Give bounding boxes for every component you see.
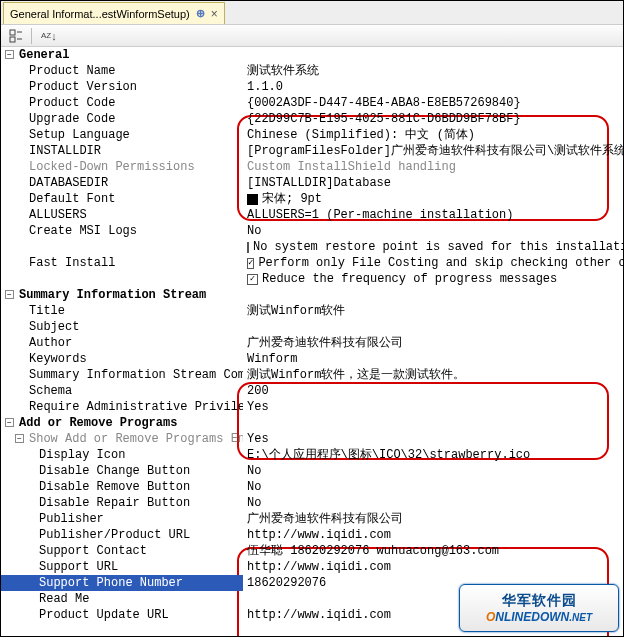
prop-arp_change[interactable]: Disable Change ButtonNo	[1, 463, 623, 479]
property-value[interactable]: Yes	[243, 431, 623, 447]
property-value[interactable]	[243, 47, 623, 63]
tab-general-information[interactable]: General Informat...estWinformSetup) ⊕ ×	[3, 2, 225, 24]
prop-create_msi_logs[interactable]: Create MSI LogsNo	[1, 223, 623, 239]
prop-arp_supporturl[interactable]: Support URLhttp://www.iqidi.com	[1, 559, 623, 575]
prop-sis_subject[interactable]: Subject	[1, 319, 623, 335]
checkbox-icon[interactable]: ✓	[247, 258, 254, 269]
property-value[interactable]: Yes	[243, 399, 623, 415]
property-label: Default Font	[1, 191, 243, 207]
prop-arp_publisher[interactable]: Publisher广州爱奇迪软件科技有限公司	[1, 511, 623, 527]
property-value[interactable]	[243, 319, 623, 335]
property-label: Product Version	[1, 79, 243, 95]
prop-default_font[interactable]: Default Font宋体; 9pt	[1, 191, 623, 207]
prop-product_version[interactable]: Product Version1.1.0	[1, 79, 623, 95]
property-value[interactable]: Winform	[243, 351, 623, 367]
property-value[interactable]	[243, 591, 623, 607]
collapse-icon[interactable]: −	[5, 418, 14, 427]
property-value[interactable]: 伍华聪 18620292076 wuhuacong@163.com	[243, 543, 623, 559]
property-value[interactable]: 广州爱奇迪软件科技有限公司	[243, 335, 623, 351]
sort-az-button[interactable]: AZ↓	[38, 27, 60, 45]
property-value[interactable]: E:\个人应用程序\图标\ICO\32\strawberry.ico	[243, 447, 623, 463]
property-value[interactable]: 测试Winform软件，这是一款测试软件。	[243, 367, 623, 383]
property-value[interactable]: http://www.iqidi.com	[243, 527, 623, 543]
prop-installdir[interactable]: INSTALLDIR[ProgramFilesFolder]广州爱奇迪软件科技有…	[1, 143, 623, 159]
prop-arp_repair[interactable]: Disable Repair ButtonNo	[1, 495, 623, 511]
prop-product_name[interactable]: Product Name测试软件系统	[1, 63, 623, 79]
collapse-icon[interactable]: −	[5, 290, 14, 299]
prop-setup_language[interactable]: Setup LanguageChinese (Simplified): 中文 (…	[1, 127, 623, 143]
property-label: DATABASEDIR	[1, 175, 243, 191]
prop-arp_contact[interactable]: Support Contact伍华聪 18620292076 wuhuacong…	[1, 543, 623, 559]
prop-sis_schema[interactable]: Schema200	[1, 383, 623, 399]
prop-arp_puburl[interactable]: Publisher/Product URLhttp://www.iqidi.co…	[1, 527, 623, 543]
prop-allusers[interactable]: ALLUSERSALLUSERS=1 (Per-machine installa…	[1, 207, 623, 223]
prop-databasedir[interactable]: DATABASEDIR[INSTALLDIR]Database	[1, 175, 623, 191]
property-value[interactable]: No	[243, 223, 623, 239]
property-value[interactable]: http://www.iqidi.com	[243, 559, 623, 575]
property-value[interactable]: http://www.iqidi.com	[243, 607, 623, 623]
property-value[interactable]: {22D99C7B-E195-4025-881C-D6BDD9BF78BF}	[243, 111, 623, 127]
property-value[interactable]: 测试Winform软件	[243, 303, 623, 319]
prop-fast-install-opt[interactable]: Fast Install✓Perform only File Costing a…	[1, 255, 623, 271]
property-value[interactable]: ALLUSERS=1 (Per-machine installation)	[243, 207, 623, 223]
close-icon[interactable]: ×	[211, 7, 218, 21]
tab-title: General Informat...estWinformSetup)	[10, 8, 190, 20]
property-label: Subject	[1, 319, 243, 335]
property-value[interactable]: 200	[243, 383, 623, 399]
property-value[interactable]: No	[243, 479, 623, 495]
checkbox-icon[interactable]: ✓	[247, 274, 258, 285]
prop-product_code[interactable]: Product Code{0002A3DF-D447-4BE4-ABA8-E8E…	[1, 95, 623, 111]
collapse-icon[interactable]: −	[15, 434, 24, 443]
property-value[interactable]: 1.1.0	[243, 79, 623, 95]
property-label: Disable Remove Button	[1, 479, 243, 495]
toolbar: AZ↓	[1, 25, 623, 47]
prop-fast-install-opt[interactable]: ✓Reduce the frequency of progress messag…	[1, 271, 623, 287]
property-label: Display Icon	[1, 447, 243, 463]
prop-locked_down[interactable]: Locked-Down PermissionsCustom InstallShi…	[1, 159, 623, 175]
prop-arp_updateurl[interactable]: Product Update URLhttp://www.iqidi.com	[1, 607, 623, 623]
property-value[interactable]: 测试软件系统	[243, 63, 623, 79]
section-summary[interactable]: −Summary Information Stream	[1, 287, 623, 303]
prop-arp_phone[interactable]: Support Phone Number18620292076	[1, 575, 623, 591]
prop-arp_remove[interactable]: Disable Remove ButtonNo	[1, 479, 623, 495]
property-value[interactable]: No	[243, 463, 623, 479]
property-grid[interactable]: 华军软件园 ONLINEDOWN.NET −GeneralProduct Nam…	[1, 47, 623, 636]
prop-sis_title[interactable]: Title测试Winform软件	[1, 303, 623, 319]
property-label: Support Contact	[1, 543, 243, 559]
prop-arp_readme[interactable]: Read Me	[1, 591, 623, 607]
property-value[interactable]: Chinese (Simplified): 中文 (简体)	[243, 127, 623, 143]
categorized-button[interactable]	[7, 27, 25, 45]
property-value[interactable]: [ProgramFilesFolder]广州爱奇迪软件科技有限公司\测试软件系统	[243, 143, 623, 159]
prop-sis_comments[interactable]: Summary Information Stream Comments测试Win…	[1, 367, 623, 383]
property-label: Summary Information Stream	[1, 287, 243, 303]
property-label: Require Administrative Privileges	[1, 399, 243, 415]
property-value[interactable]	[243, 287, 623, 303]
property-value[interactable]: 广州爱奇迪软件科技有限公司	[243, 511, 623, 527]
property-value[interactable]: [INSTALLDIR]Database	[243, 175, 623, 191]
property-value[interactable]: {0002A3DF-D447-4BE4-ABA8-E8EB57269840}	[243, 95, 623, 111]
section-general[interactable]: −General	[1, 47, 623, 63]
property-label: Product Code	[1, 95, 243, 111]
prop-sis_keywords[interactable]: Keywords Winform	[1, 351, 623, 367]
property-value[interactable]: 18620292076	[243, 575, 623, 591]
prop-sis_reqadmin[interactable]: Require Administrative PrivilegesYes	[1, 399, 623, 415]
property-value[interactable]	[243, 415, 623, 431]
prop-arp_icon[interactable]: Display IconE:\个人应用程序\图标\ICO\32\strawber…	[1, 447, 623, 463]
collapse-icon[interactable]: −	[5, 50, 14, 59]
property-value[interactable]: No	[243, 495, 623, 511]
property-value[interactable]: ✓Perform only File Costing and skip chec…	[243, 255, 623, 271]
property-label: Summary Information Stream Comments	[1, 367, 243, 383]
tab-bar: General Informat...estWinformSetup) ⊕ ×	[1, 1, 623, 25]
prop-sis_author[interactable]: Author广州爱奇迪软件科技有限公司	[1, 335, 623, 351]
checkbox-icon[interactable]	[247, 242, 249, 253]
section-arp[interactable]: −Add or Remove Programs	[1, 415, 623, 431]
color-swatch	[247, 194, 258, 205]
pin-icon[interactable]: ⊕	[196, 7, 205, 20]
property-value[interactable]: ✓Reduce the frequency of progress messag…	[243, 271, 623, 287]
property-value[interactable]: 宋体; 9pt	[243, 191, 623, 207]
property-value[interactable]: Custom InstallShield handling	[243, 159, 623, 175]
prop-fast-install-opt[interactable]: No system restore point is saved for thi…	[1, 239, 623, 255]
property-value[interactable]: No system restore point is saved for thi…	[243, 239, 623, 255]
prop-arp_show[interactable]: Show Add or Remove Programs EntryYes−	[1, 431, 623, 447]
prop-upgrade_code[interactable]: Upgrade Code{22D99C7B-E195-4025-881C-D6B…	[1, 111, 623, 127]
